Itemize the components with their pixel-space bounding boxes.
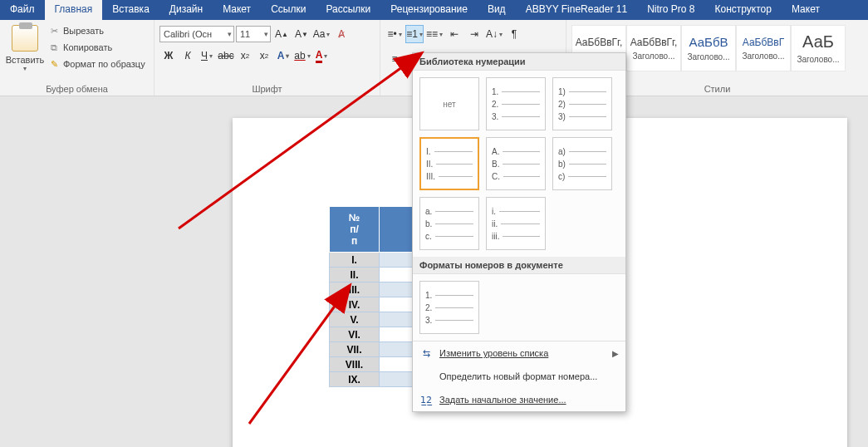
tab-design[interactable]: Дизайн — [159, 0, 213, 20]
menu-change-level-label: Изменить уровень списка — [439, 348, 548, 358]
row-number-cell[interactable]: II. — [330, 268, 380, 282]
cell[interactable] — [380, 372, 417, 387]
format-painter-label: Формат по образцу — [63, 59, 145, 69]
italic-button[interactable]: К — [179, 47, 197, 65]
group-font: Calibri (Осн 11 A▲ A▼ Aa A̷ Ж К Ч abc x2… — [154, 20, 380, 96]
highlight-button[interactable]: ab — [293, 47, 311, 65]
style-preview: АаБбВвГг, — [630, 37, 678, 48]
align-left-button[interactable]: ≡ — [385, 50, 404, 68]
row-number-cell[interactable]: IV. — [330, 297, 380, 312]
cell[interactable] — [380, 357, 417, 372]
tab-layout[interactable]: Макет — [213, 0, 261, 20]
strike-button[interactable]: abc — [217, 47, 235, 65]
tab-nitro[interactable]: Nitro Pro 8 — [637, 0, 704, 20]
text-effects-button[interactable]: A — [274, 47, 292, 65]
cell[interactable] — [380, 312, 417, 327]
change-level-icon: ⇆ — [419, 346, 433, 360]
group-font-label: Шрифт — [159, 83, 375, 96]
numbering-item[interactable]: i.ii.iii. — [486, 197, 546, 250]
style-name: Заголово... — [743, 52, 785, 61]
superscript-button[interactable]: x2 — [255, 47, 273, 65]
cut-label: Вырезать — [63, 26, 104, 36]
cut-button[interactable]: ✂ Вырезать — [48, 23, 145, 38]
style-preview: АаБ — [802, 32, 834, 52]
menu-change-level[interactable]: ⇆ Изменить уровень списка ▶ — [413, 341, 625, 365]
style-card-4[interactable]: АаБЗаголово... — [791, 25, 846, 71]
underline-button[interactable]: Ч — [198, 47, 216, 65]
grow-font-button[interactable]: A▲ — [272, 25, 291, 43]
menu-define-new-format[interactable]: Определить новый формат номера... — [413, 365, 625, 388]
numbering-doc-formats-header: Форматы номеров в документе — [413, 257, 625, 274]
row-number-cell[interactable]: IX. — [330, 372, 380, 387]
font-name-combo[interactable]: Calibri (Осн — [159, 26, 234, 42]
row-number-cell[interactable]: VII. — [330, 342, 380, 357]
font-color-button[interactable]: A — [312, 47, 331, 65]
numbering-doc-formats-grid: 1.2.3. — [413, 274, 625, 341]
numbering-dropdown: Библиотека нумерации нет1.2.3.1)2)3)I.II… — [412, 52, 626, 412]
cell[interactable] — [380, 253, 417, 268]
table-header-num[interactable]: № п/п — [330, 207, 380, 253]
numbering-item[interactable]: a.b.c. — [419, 197, 479, 250]
bullets-button[interactable]: ≡• — [385, 25, 404, 43]
cell[interactable] — [380, 327, 417, 342]
paste-label: Вставить — [6, 55, 45, 65]
tab-review[interactable]: Рецензирование — [380, 0, 478, 20]
cell[interactable] — [380, 282, 417, 297]
scissors-icon: ✂ — [48, 25, 60, 37]
tab-insert[interactable]: Вставка — [102, 0, 159, 20]
numbering-item[interactable]: 1)2)3) — [552, 77, 612, 130]
tab-references[interactable]: Ссылки — [261, 0, 316, 20]
ribbon-tabs: Файл Главная Вставка Дизайн Макет Ссылки… — [0, 0, 868, 20]
menu-set-start-value[interactable]: 1̲2̲ Задать начальное значение... — [413, 388, 625, 411]
sort-button[interactable]: A↓ — [485, 25, 503, 43]
row-number-cell[interactable]: III. — [330, 282, 380, 297]
subscript-button[interactable]: x2 — [236, 47, 254, 65]
group-clipboard: Вставить ▾ ✂ Вырезать ⧉ Копировать ✎ Фор… — [0, 20, 154, 96]
numbering-menu: ⇆ Изменить уровень списка ▶ Определить н… — [413, 341, 625, 411]
numbering-item[interactable]: A.B.C. — [486, 137, 546, 190]
shrink-font-button[interactable]: A▼ — [292, 25, 311, 43]
numbering-button[interactable]: ≡1 — [405, 25, 424, 43]
style-card-2[interactable]: АаБбВЗаголово... — [681, 25, 736, 71]
tab-home[interactable]: Главная — [45, 0, 103, 20]
row-number-cell[interactable]: VI. — [330, 327, 380, 342]
tab-table-design[interactable]: Конструктор — [705, 0, 782, 20]
submenu-arrow-icon: ▶ — [612, 349, 619, 358]
paste-button[interactable]: Вставить ▾ — [5, 22, 45, 72]
clear-formatting-button[interactable]: A̷ — [332, 25, 351, 43]
tab-abbyy[interactable]: ABBYY FineReader 11 — [516, 0, 638, 20]
show-marks-button[interactable]: ¶ — [505, 25, 523, 43]
copy-button[interactable]: ⧉ Копировать — [48, 40, 145, 55]
change-case-button[interactable]: Aa — [312, 25, 331, 43]
row-number-cell[interactable]: VIII. — [330, 357, 380, 372]
brush-icon: ✎ — [48, 58, 60, 70]
cell[interactable] — [380, 297, 417, 312]
style-card-1[interactable]: АаБбВвГг,Заголово... — [626, 25, 681, 71]
style-card-3[interactable]: АаБбВвГЗаголово... — [736, 25, 791, 71]
paste-icon — [12, 25, 38, 52]
decrease-indent-button[interactable]: ⇤ — [445, 25, 463, 43]
tab-file[interactable]: Файл — [0, 0, 45, 20]
cell[interactable] — [380, 342, 417, 357]
style-preview: АаБбВвГ — [743, 37, 784, 48]
numbering-item-none[interactable]: нет — [419, 77, 479, 130]
style-preview: АаБбВвГг, — [576, 37, 623, 48]
tab-mailings[interactable]: Рассылки — [316, 0, 380, 20]
style-name: Заголово... — [688, 52, 730, 61]
numbering-item[interactable]: I.II.III. — [419, 137, 479, 190]
cell[interactable] — [380, 268, 417, 282]
multilevel-button[interactable]: ≡≡ — [425, 25, 444, 43]
format-painter-button[interactable]: ✎ Формат по образцу — [48, 56, 145, 71]
doc-format-item[interactable]: 1.2.3. — [419, 281, 479, 334]
font-size-combo[interactable]: 11 — [236, 26, 271, 42]
numbering-item[interactable]: 1.2.3. — [486, 77, 546, 130]
row-number-cell[interactable]: V. — [330, 312, 380, 327]
group-clipboard-label: Буфер обмена — [5, 83, 149, 96]
table-header-1[interactable] — [380, 207, 417, 253]
increase-indent-button[interactable]: ⇥ — [465, 25, 483, 43]
bold-button[interactable]: Ж — [159, 47, 178, 65]
numbering-item[interactable]: a)b)c) — [552, 137, 612, 190]
tab-view[interactable]: Вид — [478, 0, 516, 20]
row-number-cell[interactable]: I. — [330, 253, 380, 268]
tab-table-layout[interactable]: Макет — [782, 0, 830, 20]
